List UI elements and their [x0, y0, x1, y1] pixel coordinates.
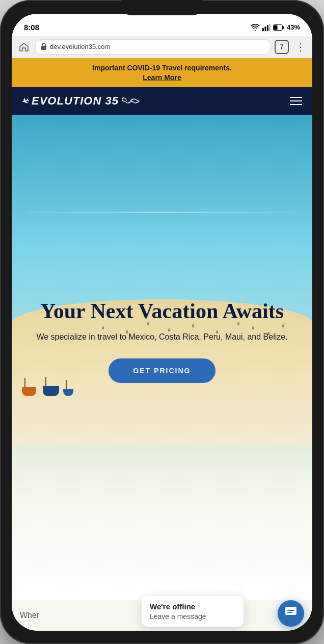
svg-rect-7	[41, 46, 46, 50]
hamburger-line-1	[290, 97, 302, 98]
wifi-icon	[251, 24, 260, 31]
hamburger-line-3	[290, 104, 302, 105]
svg-rect-6	[274, 25, 277, 30]
phone-screen: 8:08	[12, 14, 312, 631]
chat-offline-bubble[interactable]: We're offline Leave a message	[142, 596, 244, 627]
bottom-area: Wher We're offline Leave a message	[12, 600, 312, 631]
signal-icon	[262, 24, 271, 31]
url-text: dev.evolution35.com	[50, 43, 110, 50]
hero-text-overlay: Your Next Vacation Awaits We specialize …	[12, 299, 312, 383]
phone-frame: 8:08	[0, 0, 324, 644]
svg-rect-5	[282, 26, 284, 29]
chat-fab-icon	[284, 605, 298, 622]
covid-learn-more-link[interactable]: Learn More	[143, 73, 181, 82]
site-logo: ✈ EVOLUTION 35	[22, 94, 140, 108]
svg-point-8	[122, 97, 124, 99]
status-icons: 43%	[251, 23, 300, 31]
hero-title: Your Next Vacation Awaits	[22, 299, 302, 323]
covid-banner: Important COVID-19 Travel requirements. …	[12, 58, 312, 88]
chat-offline-text: We're offline	[150, 602, 235, 611]
battery-icon	[273, 24, 284, 31]
site-nav: ✈ EVOLUTION 35	[12, 87, 312, 115]
more-options-button[interactable]: ⋮	[293, 40, 307, 54]
lock-icon	[41, 43, 47, 51]
boat-1	[22, 387, 36, 396]
chat-fab-button[interactable]	[278, 600, 304, 627]
boat-3	[63, 389, 73, 396]
browser-bar[interactable]: dev.evolution35.com 7 ⋮	[12, 36, 312, 58]
logo-text: EVOLUTION 35	[32, 94, 119, 108]
hero-subtitle: We specialize in travel to Mexico, Costa…	[22, 331, 302, 343]
boat-2	[43, 386, 59, 396]
svg-rect-1	[264, 27, 266, 31]
hamburger-line-2	[290, 100, 302, 101]
svg-rect-2	[267, 25, 268, 31]
phone-notch	[121, 0, 203, 15]
screen-content: 8:08	[12, 14, 312, 631]
chat-leave-message-text: Leave a message	[150, 612, 235, 621]
svg-rect-3	[269, 24, 271, 31]
covid-banner-text: Important COVID-19 Travel requirements.	[20, 63, 304, 73]
boats-area	[22, 386, 73, 396]
home-button[interactable]	[17, 40, 31, 54]
svg-rect-0	[262, 28, 264, 31]
logo-plane-icon: ✈	[20, 95, 31, 107]
get-pricing-button[interactable]: GET PRICING	[109, 358, 215, 383]
hero-section: Your Next Vacation Awaits We specialize …	[12, 115, 312, 600]
status-bar: 8:08	[12, 14, 312, 36]
address-bar[interactable]: dev.evolution35.com	[35, 39, 271, 55]
status-time: 8:08	[24, 23, 39, 32]
page-content: Important COVID-19 Travel requirements. …	[12, 58, 312, 631]
logo-infinity-icon	[122, 96, 140, 106]
partial-bottom-text: Wher	[20, 611, 39, 620]
tab-count-button[interactable]: 7	[275, 40, 289, 54]
hamburger-menu[interactable]	[290, 97, 302, 105]
battery-percent: 43%	[287, 23, 300, 31]
